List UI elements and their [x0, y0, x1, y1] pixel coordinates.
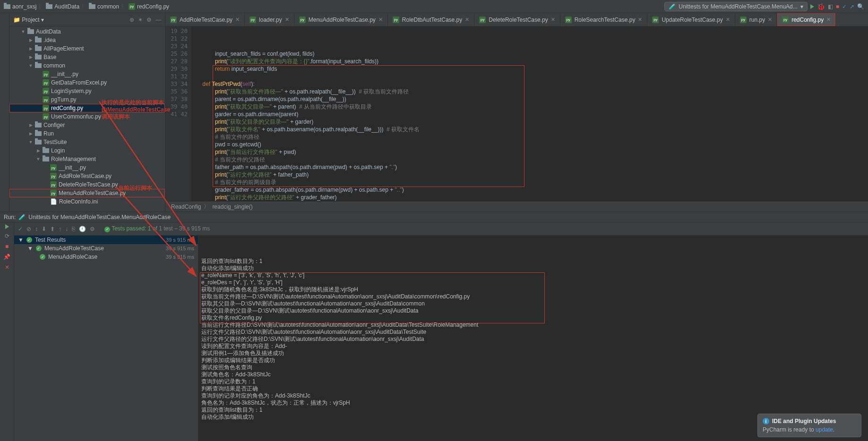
test-tree-item[interactable]: ▼✓MenuAddRoleTestCase39 s 915 ms	[14, 244, 198, 253]
test-icon: 🧪	[18, 214, 26, 220]
breadcrumb-class[interactable]: ReadConfig	[171, 204, 201, 210]
next-icon[interactable]: ↓	[65, 226, 68, 232]
close-icon[interactable]: ✕	[235, 17, 240, 23]
prev-icon[interactable]: ↑	[59, 226, 61, 232]
python-file-icon: py	[50, 181, 57, 188]
editor-tab[interactable]: pyMenuAddRoleTestCase.py✕	[294, 13, 388, 26]
tree-item[interactable]: ▼common	[9, 61, 165, 70]
debug-button[interactable]: 🐞	[817, 3, 825, 10]
python-file-icon: py	[43, 105, 49, 111]
editor-breadcrumb: ReadConfig 〉 readcig_single()	[165, 201, 868, 212]
close-icon[interactable]: ✕	[726, 17, 730, 23]
editor-tab[interactable]: pyRoleSearchTestCase.py✕	[560, 13, 648, 26]
python-file-icon: py	[50, 173, 57, 179]
project-icon: 📁	[13, 17, 20, 23]
rerun-button[interactable]	[5, 224, 9, 229]
tree-item[interactable]: ▶Configer	[9, 121, 165, 129]
close-icon[interactable]: ✕	[465, 17, 469, 23]
breadcrumb-method[interactable]: readcig_single()	[212, 204, 252, 210]
expand-icon[interactable]: ⬇	[42, 226, 46, 232]
folder-icon	[35, 38, 42, 42]
stop-button[interactable]: ■	[5, 243, 9, 250]
sort-icon[interactable]: ↕︎	[35, 226, 38, 232]
tree-item[interactable]: pyAddRoleTestCase.py	[9, 172, 165, 180]
toggle-button[interactable]: ⟳	[5, 233, 9, 239]
gear-icon[interactable]: ⚙	[146, 17, 152, 23]
stop-button[interactable]: ■	[836, 3, 839, 10]
tree-item[interactable]: 📄RoleConInfo.ini	[9, 197, 165, 206]
tree-item[interactable]: pyLoginSystem.py	[9, 87, 165, 95]
tree-item[interactable]: ▶Run	[9, 129, 165, 138]
tree-item[interactable]: ▼RoleManagement	[9, 155, 165, 163]
editor-tab[interactable]: pyAddRoleTestCase.py✕	[165, 13, 245, 26]
breadcrumb-item[interactable]: aonr_sxsj	[4, 3, 36, 10]
collapse-icon[interactable]: ⊕	[129, 17, 134, 23]
editor-tab[interactable]: pyrun.py✕	[735, 13, 777, 26]
test-tree-item[interactable]: ✓MenuAddRoleCase39 s 915 ms	[14, 253, 198, 261]
test-label: MenuAddRoleCase	[48, 254, 97, 260]
editor-tab[interactable]: pyUpdateRoleTestCase.py✕	[647, 13, 735, 26]
collapse-icon[interactable]: ⬆	[50, 226, 55, 232]
tree-item-label: __init__.py	[51, 71, 78, 77]
pin-icon[interactable]: 📌	[3, 254, 10, 260]
close-icon[interactable]: ✕	[768, 17, 772, 23]
export-icon[interactable]: ⎘	[72, 226, 75, 232]
notification-body: PyCharm is ready to	[763, 426, 816, 433]
folder-icon	[35, 131, 42, 136]
tree-item[interactable]: ▶Base	[9, 53, 165, 61]
run-config-selector[interactable]: 🧪 Unittests for MenuAddRoleTestCase.Menu…	[664, 2, 807, 11]
scroll-icon[interactable]: ✶	[138, 17, 143, 23]
tree-item-label: Run	[43, 130, 54, 137]
ide-update-notification[interactable]: iIDE and Plugin Updates PyCharm is ready…	[757, 414, 861, 437]
console-output[interactable]: 返回的查询list数目为：1 自动化添加/编辑成功 e_roleName = […	[198, 236, 868, 441]
code-canvas[interactable]: input_search_filds = conf.get(kwd, filds…	[191, 26, 868, 201]
tree-item[interactable]: pyGetDataFromExcel.py	[9, 78, 165, 87]
breadcrumb-item[interactable]: pyredConfig.py	[129, 3, 169, 10]
tree-item-label: pgTurn.py	[51, 96, 77, 103]
editor-tab[interactable]: pyredConfig.py✕	[777, 13, 836, 26]
editor-tab[interactable]: pyRoleDtbAutTestCase.py✕	[388, 13, 474, 26]
breadcrumb-item[interactable]: common	[89, 3, 119, 10]
tree-item-label: Base	[43, 54, 56, 60]
run-button[interactable]	[810, 4, 814, 9]
update-link[interactable]: update	[816, 426, 833, 433]
tree-item[interactable]: ▶AllPageElement	[9, 44, 165, 53]
show-passed-icon[interactable]: ✓	[18, 226, 23, 232]
test-tree-item[interactable]: ▼✓Test Results39 s 915 ms	[14, 236, 198, 244]
tab-label: redConfig.py	[791, 17, 824, 23]
tree-item[interactable]: ▶Login	[9, 146, 165, 155]
tree-item-label: common	[43, 62, 65, 69]
close-icon[interactable]: ✕	[551, 17, 555, 23]
tree-item[interactable]: py__init__.py	[9, 70, 165, 78]
breadcrumb-item[interactable]: AuditData	[46, 3, 79, 10]
chevron-down-icon[interactable]: ▾	[41, 17, 44, 23]
tree-item-label: __init__.py	[59, 164, 86, 171]
git-pull-icon[interactable]: ✓	[842, 3, 847, 10]
search-icon[interactable]: 🔍	[857, 3, 864, 10]
close-icon[interactable]: ✕	[285, 17, 289, 23]
close-icon[interactable]: ✕	[826, 17, 831, 23]
coverage-button[interactable]: ◧	[828, 3, 833, 10]
tree-item[interactable]: py__init__.py	[9, 163, 165, 172]
tree-item[interactable]: ▼AuditData	[9, 27, 165, 36]
ok-icon: ✓	[26, 237, 32, 243]
show-ignored-icon[interactable]: ⊘	[26, 226, 31, 232]
run-config-name: Unittests for MenuAddRoleTestCase.MenuAd…	[28, 214, 171, 220]
hide-icon[interactable]: —	[155, 17, 161, 23]
gear-icon[interactable]: ⚙	[90, 226, 95, 232]
close-icon[interactable]: ✕	[378, 17, 383, 23]
test-results-tree[interactable]: ▼✓Test Results39 s 915 ms▼✓MenuAddRoleTe…	[14, 236, 198, 441]
editor-tab[interactable]: pyloader.py✕	[245, 13, 294, 26]
tree-item[interactable]: ▼TestSuite	[9, 138, 165, 146]
annotation-text: 当前运行脚本	[118, 184, 152, 192]
tree-item[interactable]: ▶.idea	[9, 36, 165, 44]
close-icon[interactable]: ✕	[5, 264, 9, 271]
git-push-icon[interactable]: ↗	[850, 3, 854, 10]
close-icon[interactable]: ✕	[638, 17, 642, 23]
editor-tab[interactable]: pyDeleteRoleTestCase.py✕	[474, 13, 560, 26]
tab-label: DeleteRoleTestCase.py	[489, 17, 548, 23]
top-bar: aonr_sxsj 〉 AuditData 〉 common 〉 pyredCo…	[0, 0, 868, 13]
python-file-icon: py	[479, 17, 486, 23]
editor-body[interactable]: 19 20 21 22 23 24 25 26 27 28 29 30 31 3…	[165, 26, 868, 201]
history-icon[interactable]: 🕘	[79, 226, 86, 232]
